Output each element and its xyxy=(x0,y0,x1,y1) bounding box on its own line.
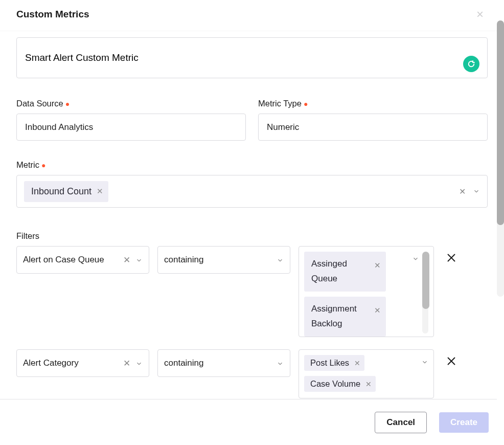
metric-type-field: Metric Type● Numeric xyxy=(258,99,488,141)
filter-attribute-value: Alert on Case Queue xyxy=(23,255,120,265)
data-source-value: Inbound Analytics xyxy=(25,122,93,132)
metric-field: Metric● Inbound Count ✕ ✕ xyxy=(16,160,488,208)
chip-remove-icon[interactable]: ✕ xyxy=(354,359,360,367)
clear-icon[interactable]: ✕ xyxy=(459,187,466,196)
chevron-down-icon[interactable] xyxy=(277,360,284,367)
filter-attribute-value: Alert Category xyxy=(23,358,120,368)
metric-label-text: Metric xyxy=(16,160,39,169)
metric-label: Metric● xyxy=(16,160,488,170)
chevron-down-icon[interactable] xyxy=(135,256,143,263)
clear-icon[interactable]: ✕ xyxy=(123,358,130,369)
modal-footer: Cancel Create xyxy=(0,399,504,445)
chevron-down-icon[interactable] xyxy=(277,256,284,263)
modal-title: Custom Metrics xyxy=(16,9,89,20)
filter-value-label: Case Volume xyxy=(310,379,360,389)
filter-value-chip: Case Volume ✕ xyxy=(304,376,376,392)
metric-select[interactable]: Inbound Count ✕ ✕ xyxy=(16,175,488,208)
custom-metrics-modal: Custom Metrics × Data Source● Inbound An… xyxy=(0,0,504,445)
required-dot-icon: ● xyxy=(304,100,308,108)
modal-header: Custom Metrics × xyxy=(0,0,504,31)
metric-type-label-text: Metric Type xyxy=(258,99,302,108)
row-source-type: Data Source● Inbound Analytics Metric Ty… xyxy=(16,99,488,141)
clear-icon[interactable]: ✕ xyxy=(123,255,130,265)
filter-row: Alert on Case Queue ✕ containing xyxy=(16,246,488,337)
filter-value-chip: Assinged Queue ✕ xyxy=(304,252,386,292)
data-source-field: Data Source● Inbound Analytics xyxy=(16,99,246,141)
data-source-label: Data Source● xyxy=(16,99,246,108)
chevron-down-icon[interactable] xyxy=(473,188,480,195)
grammarly-icon[interactable] xyxy=(463,56,479,72)
filter-row: Alert Category ✕ containing xyxy=(16,349,488,398)
filter-values-select[interactable]: Post Likes ✕ Case Volume ✕ xyxy=(299,349,434,398)
filter-operator-value: containing xyxy=(164,255,204,265)
chevron-down-icon[interactable] xyxy=(421,358,428,392)
data-source-select[interactable]: Inbound Analytics xyxy=(16,114,246,141)
filter-attribute-select[interactable]: Alert Category ✕ xyxy=(16,349,149,377)
metric-chip: Inbound Count ✕ xyxy=(24,181,108,202)
filter-operator-value: containing xyxy=(164,358,204,368)
cancel-button[interactable]: Cancel xyxy=(375,412,427,433)
filters-label: Filters xyxy=(16,231,488,241)
metric-chip-label: Inbound Count xyxy=(31,186,91,197)
chip-remove-icon[interactable]: ✕ xyxy=(374,259,381,272)
chip-remove-icon[interactable]: ✕ xyxy=(97,187,103,196)
name-field-wrap xyxy=(16,31,488,78)
values-scrollbar[interactable] xyxy=(422,252,428,333)
delete-filter-button[interactable] xyxy=(442,349,461,367)
delete-filter-button[interactable] xyxy=(442,246,461,263)
required-dot-icon: ● xyxy=(65,100,70,108)
modal-scroll-thumb[interactable] xyxy=(497,20,504,225)
filter-value-chip: Assignment Backlog ✕ xyxy=(304,297,386,337)
filter-attribute-select[interactable]: Alert on Case Queue ✕ xyxy=(16,246,149,274)
filter-operator-select[interactable]: containing xyxy=(157,349,290,377)
filter-values-select[interactable]: Assinged Queue ✕ Assignment Backlog ✕ xyxy=(299,246,434,337)
filters-section: Filters Alert on Case Queue ✕ containing xyxy=(16,231,488,398)
modal-scrollbar[interactable] xyxy=(497,0,504,445)
create-button[interactable]: Create xyxy=(439,412,489,433)
filter-operator-select[interactable]: containing xyxy=(157,246,290,274)
chevron-down-icon[interactable] xyxy=(135,360,143,367)
modal-body[interactable]: Data Source● Inbound Analytics Metric Ty… xyxy=(0,31,504,399)
values-scroll-thumb[interactable] xyxy=(422,252,429,309)
metric-type-label: Metric Type● xyxy=(258,99,488,108)
metric-type-value: Numeric xyxy=(267,122,299,132)
metric-name-input[interactable] xyxy=(16,37,488,78)
filter-value-label: Assignment Backlog xyxy=(311,302,369,331)
modal-scroll-track xyxy=(497,20,504,297)
data-source-label-text: Data Source xyxy=(16,99,63,108)
filter-value-label: Post Likes xyxy=(310,358,349,368)
required-dot-icon: ● xyxy=(41,161,45,169)
chevron-down-icon[interactable] xyxy=(412,255,419,333)
metric-type-select[interactable]: Numeric xyxy=(258,114,488,141)
filter-value-label: Assinged Queue xyxy=(311,257,369,286)
chip-remove-icon[interactable]: ✕ xyxy=(374,304,381,317)
filter-value-chip: Post Likes ✕ xyxy=(304,355,364,371)
chip-remove-icon[interactable]: ✕ xyxy=(365,380,372,388)
close-icon[interactable]: × xyxy=(472,8,488,20)
